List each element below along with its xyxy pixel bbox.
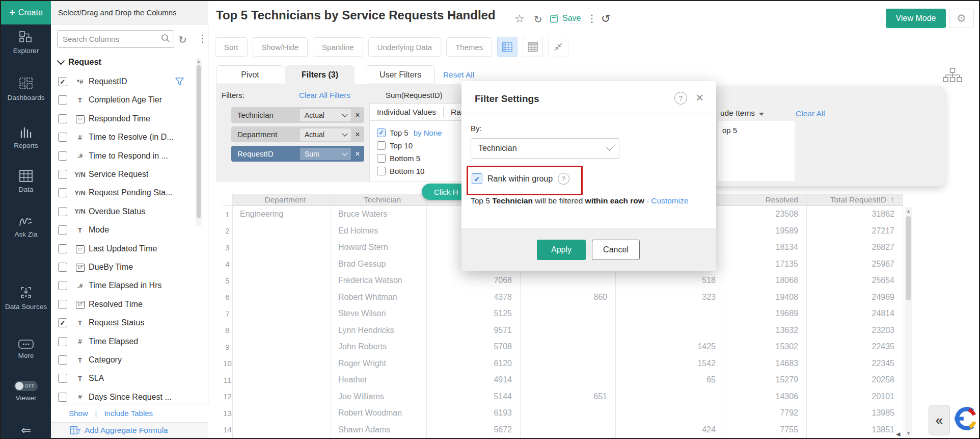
viewer-toggle[interactable]: OFF — [14, 381, 38, 391]
rank-option-top-10[interactable]: Top 10 — [377, 140, 413, 151]
toolbar-button-sort[interactable]: Sort — [215, 37, 248, 57]
field-row[interactable]: TCompletion Age Tier — [51, 91, 208, 109]
refresh-columns-icon[interactable]: ↻ — [178, 34, 187, 46]
chip-aggregate-dropdown[interactable]: Actual — [300, 109, 351, 121]
field-row[interactable]: 17Resolved Time — [51, 295, 208, 314]
sidebar-item-data-sources[interactable]: Data Sources — [1, 286, 51, 311]
apply-button[interactable]: Apply — [537, 240, 586, 260]
horizontal-scroll-arrow-icon[interactable]: ◀ — [896, 431, 900, 437]
rank-option-checkbox[interactable] — [377, 154, 386, 163]
tab-user-filters[interactable]: User Filters — [366, 65, 435, 84]
include-clear-all-link[interactable]: Clear All — [796, 109, 825, 118]
favorite-star-icon[interactable]: ☆ — [514, 12, 525, 25]
field-checkbox[interactable] — [58, 337, 67, 346]
scroll-up-icon[interactable]: ▲ — [196, 59, 202, 64]
add-aggregate-formula-link[interactable]: Σ Add Aggregate Formula — [51, 422, 208, 438]
rank-option-checkbox[interactable] — [377, 128, 386, 137]
field-checkbox[interactable] — [58, 77, 67, 86]
field-row[interactable]: Y/NOverdue Status — [51, 202, 208, 221]
filter-funnel-icon[interactable] — [175, 77, 184, 88]
rank-within-group-option[interactable]: Rank within group ? — [472, 173, 569, 185]
rank-option-bottom-10[interactable]: Bottom 10 — [377, 165, 424, 176]
help-icon[interactable]: ? — [558, 173, 569, 185]
field-row[interactable]: TMode — [51, 221, 208, 239]
pivot-view-icon[interactable] — [497, 37, 518, 57]
help-icon[interactable]: ? — [674, 92, 687, 105]
toolbar-button-show-hide[interactable]: Show/Hide — [253, 37, 308, 57]
cancel-button[interactable]: Cancel — [592, 240, 640, 260]
field-row[interactable]: TRequest Status — [51, 314, 208, 332]
field-row[interactable]: Y/NService Request — [51, 165, 208, 184]
field-row[interactable]: TSLA — [51, 369, 208, 388]
kebab-menu-icon[interactable]: ⋮ — [587, 12, 597, 24]
show-link[interactable]: Show — [69, 409, 88, 418]
clear-all-filters-link[interactable]: Clear All Filters — [299, 91, 350, 99]
toolbar-button-underlying-data[interactable]: Underlying Data — [368, 37, 442, 57]
table-header-technician[interactable]: Technician — [331, 194, 427, 206]
collapse-view-icon[interactable] — [548, 37, 568, 57]
field-checkbox[interactable] — [58, 244, 67, 253]
by-none-link[interactable]: by None — [414, 128, 442, 137]
close-icon[interactable]: × — [696, 90, 703, 106]
hierarchy-tree-icon[interactable] — [943, 68, 962, 84]
field-row[interactable]: #Time to Resolve (in D... — [51, 128, 208, 146]
scroll-up-icon[interactable]: ▲ — [905, 209, 912, 214]
table-header-total-requestid[interactable]: Total RequestID↑ — [807, 194, 903, 206]
filter-chip-technician[interactable]: TechnicianActual× — [231, 107, 364, 123]
viewer-toggle-item[interactable]: OFF Viewer — [1, 381, 51, 402]
scroll-down-icon[interactable]: ▼ — [905, 431, 912, 436]
rank-option-checkbox[interactable] — [377, 167, 386, 175]
field-checkbox[interactable] — [58, 133, 67, 142]
field-row[interactable]: .#Time to Respond in ... — [51, 147, 208, 165]
include-tables-link[interactable]: Include Tables — [104, 409, 153, 418]
table-header-resolved[interactable]: Resolved — [724, 194, 807, 206]
sidebar-item-explorer[interactable]: Explorer — [1, 31, 51, 55]
table-header-department[interactable]: Department — [233, 194, 331, 206]
remove-chip-icon[interactable]: × — [351, 130, 364, 139]
rank-option-bottom-5[interactable]: Bottom 5 — [377, 152, 420, 164]
view-mode-button[interactable]: View Mode — [886, 9, 946, 28]
field-checkbox[interactable] — [58, 300, 67, 309]
tab-pivot[interactable]: Pivot — [216, 65, 284, 84]
by-field-select[interactable]: Technician — [471, 138, 619, 159]
field-row[interactable]: 17Responded Time — [51, 110, 208, 128]
summary-view-icon[interactable] — [523, 37, 543, 57]
tab-filters[interactable]: Filters (3) — [285, 65, 355, 84]
rank-option-checkbox[interactable] — [377, 141, 386, 150]
section-request[interactable]: Request — [58, 57, 101, 67]
field-checkbox[interactable] — [58, 95, 67, 105]
field-checkbox[interactable] — [58, 374, 67, 383]
toolbar-button-themes[interactable]: Themes — [446, 37, 492, 57]
field-checkbox[interactable] — [58, 151, 67, 161]
include-items-dropdown[interactable]: ude Items — [720, 109, 764, 118]
filter-chip-department[interactable]: DepartmentActual× — [231, 126, 364, 142]
rank-option-top-5[interactable]: Top 5by None — [377, 127, 442, 138]
undo-icon[interactable]: ↺ — [601, 12, 610, 25]
settings-gear-icon[interactable]: ⚙ — [949, 9, 974, 28]
column-panel-scrollbar[interactable]: ▲ — [196, 58, 202, 226]
field-checkbox[interactable] — [58, 188, 67, 197]
field-checkbox[interactable] — [58, 393, 67, 402]
brand-logo[interactable] — [951, 404, 979, 433]
more-options-icon[interactable]: ⋮ — [198, 33, 208, 44]
rank-within-group-checkbox[interactable] — [472, 173, 482, 184]
filter-chip-requestid[interactable]: RequestIDSum× — [231, 146, 364, 162]
sidebar-item-data[interactable]: Data — [1, 169, 51, 194]
field-checkbox[interactable] — [58, 355, 67, 365]
field-checkbox[interactable] — [58, 207, 67, 216]
scrollbar-thumb[interactable] — [197, 65, 201, 218]
sort-ascending-icon[interactable]: ↑ — [890, 195, 894, 204]
create-button[interactable]: + Create — [1, 1, 51, 24]
customize-link[interactable]: - Customize — [646, 196, 689, 205]
toolbar-button-sparkline[interactable]: Sparkline — [313, 37, 363, 57]
field-checkbox[interactable] — [58, 114, 67, 123]
search-input[interactable] — [57, 30, 174, 48]
sidebar-item-ask-zia[interactable]: Ask Zia — [1, 215, 51, 239]
sidebar-item-dashboards[interactable]: Dashboards — [1, 78, 51, 102]
field-row[interactable]: #Time Elapsed — [51, 332, 208, 351]
table-vertical-scrollbar[interactable]: ▲ ▼ — [905, 207, 912, 437]
field-checkbox[interactable] — [58, 263, 67, 272]
field-checkbox[interactable] — [58, 281, 67, 290]
collapse-panel-button[interactable]: « — [929, 405, 950, 435]
sidebar-collapse-icon[interactable]: ⇐ — [1, 423, 51, 437]
